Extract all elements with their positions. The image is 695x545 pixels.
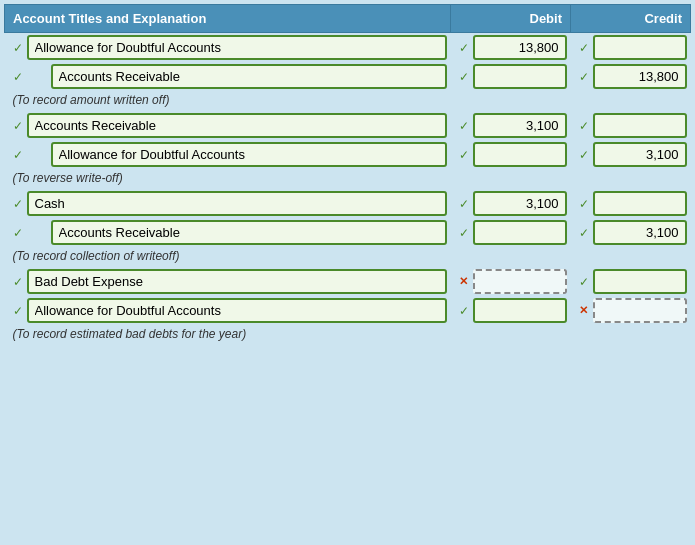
debit-input[interactable] (473, 269, 567, 294)
check-icon: ✓ (9, 70, 27, 84)
credit-input[interactable] (593, 191, 687, 216)
credit-input[interactable] (593, 269, 687, 294)
check-icon: ✓ (575, 70, 593, 84)
account-title-input[interactable] (51, 64, 447, 89)
note-row: (To record estimated bad debts for the y… (5, 325, 691, 345)
account-title-input[interactable] (27, 35, 447, 60)
account-title-cell: ✓ (5, 267, 451, 296)
credit-cell: ✓ (571, 111, 691, 140)
credit-input[interactable] (593, 113, 687, 138)
check-icon: ✓ (575, 119, 593, 133)
check-icon: ✓ (455, 197, 473, 211)
account-title-input[interactable] (51, 220, 447, 245)
table-row: ✓✓✓ (5, 189, 691, 218)
account-title-cell: ✓ (5, 296, 451, 325)
credit-input[interactable] (593, 298, 687, 323)
note-text: (To record collection of writeoff) (5, 247, 691, 267)
account-title-cell: ✓ (5, 189, 451, 218)
check-icon: ✓ (575, 148, 593, 162)
account-title-input[interactable] (27, 191, 447, 216)
table-row: ✓✓✓ (5, 218, 691, 247)
check-icon: ✓ (455, 226, 473, 240)
table-row: ✓✓✓ (5, 140, 691, 169)
debit-input[interactable] (473, 298, 567, 323)
note-row: (To record amount written off) (5, 91, 691, 111)
debit-cell: ✕ (451, 267, 571, 296)
account-title-input[interactable] (27, 298, 447, 323)
debit-input[interactable] (473, 113, 567, 138)
check-icon: ✓ (9, 275, 27, 289)
main-table-wrapper: Account Titles and Explanation Debit Cre… (0, 0, 695, 349)
table-row: ✓✓✓ (5, 33, 691, 63)
account-title-cell: ✓ (5, 218, 451, 247)
debit-input[interactable] (473, 64, 567, 89)
credit-cell: ✓ (571, 267, 691, 296)
table-row: ✓✓✓ (5, 111, 691, 140)
credit-input[interactable] (593, 220, 687, 245)
debit-cell: ✓ (451, 140, 571, 169)
debit-cell: ✓ (451, 62, 571, 91)
account-title-input[interactable] (27, 269, 447, 294)
account-title-cell: ✓ (5, 140, 451, 169)
credit-input[interactable] (593, 35, 687, 60)
debit-cell: ✓ (451, 218, 571, 247)
table-row: ✓✓✕ (5, 296, 691, 325)
check-icon: ✓ (455, 304, 473, 318)
check-icon: ✓ (9, 304, 27, 318)
debit-input[interactable] (473, 191, 567, 216)
credit-cell: ✓ (571, 33, 691, 63)
table-row: ✓✓✓ (5, 62, 691, 91)
credit-input[interactable] (593, 142, 687, 167)
debit-cell: ✓ (451, 296, 571, 325)
header-credit: Credit (571, 5, 691, 33)
debit-input[interactable] (473, 142, 567, 167)
check-icon: ✓ (455, 41, 473, 55)
check-icon: ✓ (9, 41, 27, 55)
check-icon: ✓ (9, 197, 27, 211)
check-icon: ✓ (575, 41, 593, 55)
account-title-input[interactable] (27, 113, 447, 138)
credit-cell: ✓ (571, 62, 691, 91)
credit-cell: ✓ (571, 218, 691, 247)
credit-cell: ✓ (571, 189, 691, 218)
note-text: (To record estimated bad debts for the y… (5, 325, 691, 345)
check-icon: ✓ (9, 148, 27, 162)
check-icon: ✓ (455, 70, 473, 84)
check-icon: ✓ (575, 275, 593, 289)
credit-cell: ✕ (571, 296, 691, 325)
header-account-titles: Account Titles and Explanation (5, 5, 451, 33)
account-title-cell: ✓ (5, 62, 451, 91)
debit-input[interactable] (473, 35, 567, 60)
credit-cell: ✓ (571, 140, 691, 169)
check-icon: ✓ (9, 226, 27, 240)
x-mark-icon: ✕ (575, 304, 593, 317)
debit-input[interactable] (473, 220, 567, 245)
check-icon: ✓ (9, 119, 27, 133)
account-title-cell: ✓ (5, 33, 451, 63)
note-row: (To record collection of writeoff) (5, 247, 691, 267)
x-mark-icon: ✕ (455, 275, 473, 288)
check-icon: ✓ (575, 226, 593, 240)
account-title-cell: ✓ (5, 111, 451, 140)
debit-cell: ✓ (451, 111, 571, 140)
account-title-input[interactable] (51, 142, 447, 167)
check-icon: ✓ (455, 119, 473, 133)
table-row: ✓✕✓ (5, 267, 691, 296)
check-icon: ✓ (575, 197, 593, 211)
credit-input[interactable] (593, 64, 687, 89)
debit-cell: ✓ (451, 189, 571, 218)
check-icon: ✓ (455, 148, 473, 162)
note-row: (To reverse write-off) (5, 169, 691, 189)
header-debit: Debit (451, 5, 571, 33)
note-text: (To reverse write-off) (5, 169, 691, 189)
debit-cell: ✓ (451, 33, 571, 63)
note-text: (To record amount written off) (5, 91, 691, 111)
